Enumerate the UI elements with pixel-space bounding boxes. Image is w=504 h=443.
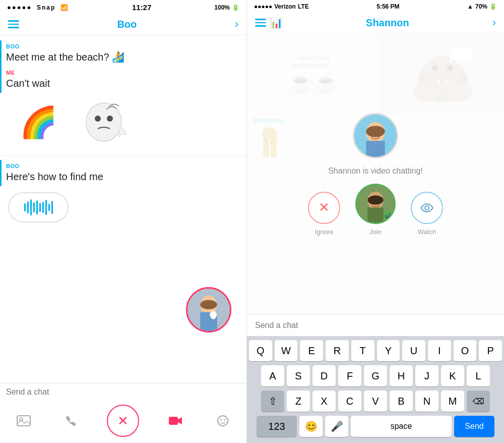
key-l[interactable]: L (467, 365, 490, 386)
left-chat-title: Boo (117, 19, 137, 30)
shift-key[interactable]: ⇧ (261, 391, 284, 412)
key-t[interactable]: T (351, 340, 374, 361)
audio-bubble[interactable] (8, 192, 69, 223)
key-m[interactable]: M (441, 391, 464, 412)
video-button[interactable] (164, 410, 186, 432)
svg-point-14 (224, 419, 225, 421)
svg-point-1 (95, 116, 101, 122)
space-key[interactable]: space (351, 416, 452, 437)
key-q[interactable]: Q (249, 340, 272, 361)
right-signal-dots: ●●●●● (254, 3, 272, 10)
svg-rect-42 (367, 207, 383, 223)
left-panel: ●●●●● Snap 📶 11:27 100% 🔋 Boo › BOO Meet… (0, 0, 247, 443)
caller-avatar-inner (354, 115, 397, 157)
left-menu-button[interactable] (8, 20, 19, 28)
message-group-me: ME Can't wait (0, 67, 246, 93)
message-group-boo-1: BOO Meet me at the beach? 🏄 (0, 40, 246, 67)
key-o[interactable]: O (454, 340, 477, 361)
phone-button[interactable] (60, 410, 82, 432)
key-w[interactable]: W (275, 340, 298, 361)
battery-icon: 🔋 (232, 4, 239, 11)
svg-rect-9 (17, 416, 30, 426)
ignore-button[interactable]: ✕ (308, 192, 340, 224)
key-n[interactable]: N (415, 391, 438, 412)
emoji-key[interactable]: 😊 (299, 416, 323, 437)
left-header: Boo › (0, 14, 246, 35)
left-bottom-actions: ✕ (0, 401, 246, 443)
right-menu-button[interactable] (255, 19, 266, 27)
watch-action[interactable]: Watch (411, 192, 443, 236)
key-k[interactable]: K (441, 365, 464, 386)
close-call-button[interactable]: ✕ (107, 405, 139, 437)
right-chat-input[interactable] (255, 321, 496, 330)
send-key[interactable]: Send (454, 416, 494, 437)
svg-point-2 (107, 116, 113, 122)
video-badge: 📹 (383, 211, 393, 222)
left-chat-input-row (0, 383, 246, 401)
key-y[interactable]: Y (377, 340, 400, 361)
numbers-key[interactable]: 123 (257, 416, 297, 437)
key-d[interactable]: D (312, 365, 336, 386)
ignore-action[interactable]: ✕ Ignore (308, 192, 340, 236)
key-z[interactable]: Z (287, 391, 310, 412)
left-time: 11:27 (132, 3, 151, 12)
key-e[interactable]: E (300, 340, 323, 361)
watch-button[interactable] (411, 192, 443, 224)
key-i[interactable]: I (428, 340, 451, 361)
left-battery: 100% 🔋 (214, 4, 239, 11)
join-label: Join (369, 228, 382, 236)
ignore-label: Ignore (315, 228, 334, 236)
message-text-boo-2: Here's how to find me (6, 170, 238, 183)
sticker-row: 🌈 (0, 93, 246, 151)
svg-rect-11 (169, 417, 178, 425)
watch-label: Watch (418, 228, 436, 236)
right-send-input-row (247, 314, 504, 336)
key-r[interactable]: R (326, 340, 349, 361)
right-battery-icon: 🔋 (489, 3, 497, 10)
left-arrow-right[interactable]: › (235, 18, 238, 31)
right-chat-title: Shannon (366, 17, 409, 29)
user-avatar-left-bottom (186, 287, 231, 333)
svg-point-44 (425, 206, 429, 210)
key-a[interactable]: A (261, 365, 284, 386)
sender-boo-2: BOO (6, 163, 238, 169)
key-u[interactable]: U (402, 340, 425, 361)
caller-avatar (353, 113, 398, 158)
key-h[interactable]: H (390, 365, 413, 386)
svg-point-8 (211, 312, 216, 319)
right-carrier: Verizon (274, 3, 296, 10)
mic-key[interactable]: 🎤 (325, 416, 348, 437)
key-x[interactable]: X (312, 391, 336, 412)
key-v[interactable]: V (364, 391, 387, 412)
message-text-boo-1: Meet me at the beach? 🏄 (6, 50, 238, 64)
right-panel: ●●●●● Verizon LTE 5:56 PM ▲ 70% 🔋 📊 Shan… (247, 0, 504, 443)
video-chat-actions: ✕ Ignore (308, 184, 443, 236)
right-signal: ●●●●● Verizon LTE (254, 3, 309, 10)
bar-chart-icon: 📊 (270, 17, 283, 29)
delete-key[interactable]: ⌫ (467, 391, 490, 412)
sender-me: ME (6, 70, 238, 76)
right-arrow-right[interactable]: › (492, 16, 496, 29)
key-j[interactable]: J (415, 365, 438, 386)
image-button[interactable] (13, 410, 35, 432)
user-avatar-inner (187, 289, 230, 331)
left-bottom-input: ✕ (0, 383, 246, 443)
right-time: 5:56 PM (376, 3, 399, 10)
key-g[interactable]: G (364, 365, 387, 386)
key-p[interactable]: P (479, 340, 502, 361)
right-chat-area: Need morecoffeeeeeee... ☕☕ (247, 34, 504, 314)
key-s[interactable]: S (287, 365, 310, 386)
key-b[interactable]: B (390, 391, 413, 412)
key-c[interactable]: C (338, 391, 361, 412)
left-chat-input[interactable] (6, 387, 240, 397)
sender-boo-1: BOO (6, 43, 238, 49)
video-chat-status: Shannon is video chatting! (328, 167, 423, 176)
join-action[interactable]: 📹 Join (355, 184, 396, 236)
join-avatar[interactable]: 📹 (355, 184, 396, 224)
key-f[interactable]: F (338, 365, 361, 386)
emoji-button[interactable] (212, 410, 234, 432)
svg-point-12 (218, 416, 228, 426)
audio-bubble-wrapper (0, 186, 246, 229)
svg-point-13 (220, 419, 222, 421)
left-chat-area: BOO Meet me at the beach? 🏄 ME Can't wai… (0, 35, 246, 383)
